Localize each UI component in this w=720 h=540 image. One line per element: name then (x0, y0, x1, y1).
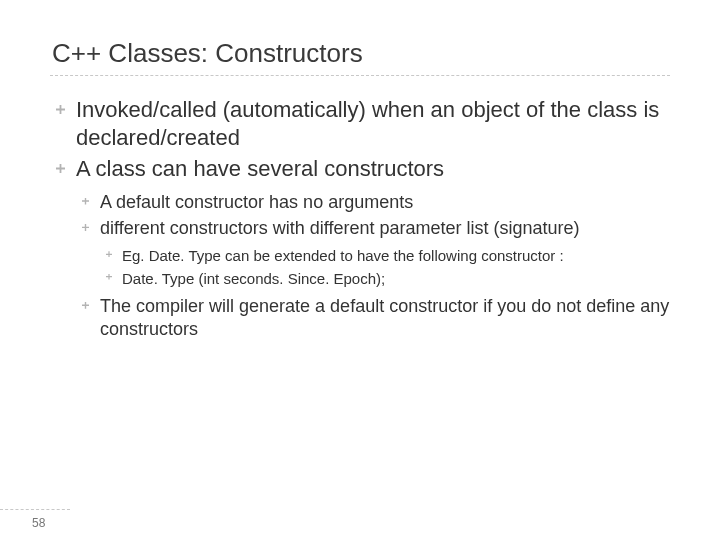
list-item: Eg. Date. Type can be extended to have t… (100, 246, 670, 266)
bullet-list-level3: Eg. Date. Type can be extended to have t… (100, 246, 670, 289)
list-item: different constructors with different pa… (76, 217, 670, 289)
bullet-text: A default constructor has no arguments (100, 192, 413, 212)
bullet-text: The compiler will generate a default con… (100, 296, 669, 339)
page-number-divider (0, 509, 70, 510)
list-item: A default constructor has no arguments (76, 191, 670, 214)
bullet-text: Invoked/called (automatically) when an o… (76, 97, 659, 150)
bullet-list-level1: Invoked/called (automatically) when an o… (50, 96, 670, 342)
slide-title: C++ Classes: Constructors (50, 38, 670, 69)
bullet-text: A class can have several constructors (76, 156, 444, 181)
list-item: The compiler will generate a default con… (76, 295, 670, 342)
bullet-list-level2: A default constructor has no arguments d… (76, 191, 670, 342)
bullet-text: Date. Type (int seconds. Since. Epoch); (122, 270, 385, 287)
bullet-text: Eg. Date. Type can be extended to have t… (122, 247, 564, 264)
list-item: A class can have several constructors A … (50, 155, 670, 342)
title-divider (50, 75, 670, 76)
list-item: Date. Type (int seconds. Since. Epoch); (100, 269, 670, 289)
bullet-text: different constructors with different pa… (100, 218, 580, 238)
page-number: 58 (32, 516, 45, 530)
list-item: Invoked/called (automatically) when an o… (50, 96, 670, 151)
